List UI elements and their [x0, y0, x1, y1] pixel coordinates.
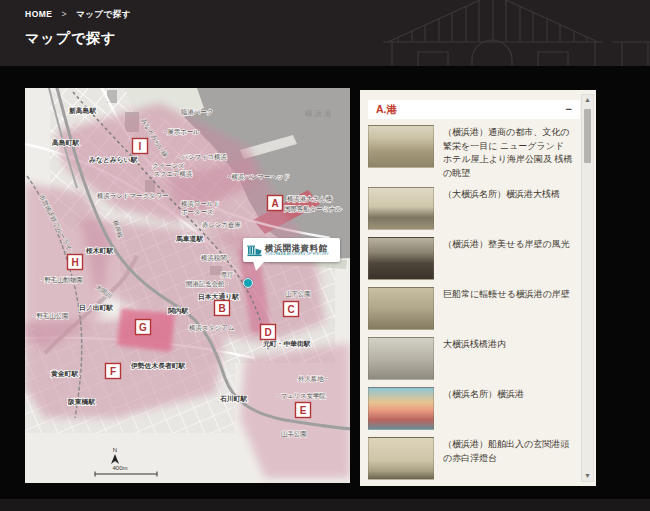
scrollbar-thumb[interactable]	[584, 109, 591, 163]
region-letter-C: C	[287, 304, 294, 315]
breadcrumb-current: マップで探す	[76, 9, 131, 19]
scrollbar[interactable]: ▲ ▼	[581, 94, 594, 482]
region-letter-F: F	[110, 366, 116, 377]
footer-edge	[0, 499, 650, 511]
region-letter-D: D	[264, 327, 271, 338]
map-place-label: ・フェリス女学院	[274, 392, 326, 400]
region-letter-I: I	[139, 141, 142, 152]
map-place-label: ・野毛山動物園	[38, 276, 83, 284]
map-place-label: 開港記念会館・	[186, 280, 231, 288]
region-letter-A: A	[271, 198, 278, 209]
museum-subtitle: YOKOHAMA ARCHIVES OF HISTORY	[265, 253, 329, 256]
postcard-thumbnail	[368, 387, 434, 430]
map-station-label: 新高島駅	[68, 106, 96, 115]
list-item[interactable]: （横浜港）整美せる岸壁の風光	[368, 237, 573, 280]
map-place-label: 山手公園	[281, 430, 307, 438]
map-station-label: 石川町駅	[219, 395, 247, 403]
scroll-up-icon[interactable]: ▲	[584, 95, 591, 105]
map-place-label: クイーンズ	[152, 162, 185, 169]
region-letter-G: G	[139, 322, 147, 333]
collapse-button[interactable]: −	[566, 104, 572, 115]
map-place-label: ・パシフィコ横浜	[175, 153, 227, 161]
svg-text:400m: 400m	[112, 465, 127, 471]
list-item[interactable]: 大横浜桟橋港内	[368, 337, 573, 380]
item-caption: （横浜名所）横浜港	[443, 387, 524, 430]
map-place-label: 横浜税関・	[201, 254, 233, 262]
item-caption: （横浜港）整美せる岸壁の風光	[443, 237, 570, 280]
map-station-label: 関内駅	[168, 307, 189, 315]
map-place-label: 国際客船ターミナル	[284, 205, 343, 213]
map-place-label: 横浜ランドマークタワー	[97, 192, 168, 200]
map-place-label: 臨港パーク	[181, 108, 213, 116]
map-station-label: 高島町駅	[52, 138, 79, 147]
postcard-list: （横浜港）通商の都市、文化の繁栄を一目に ニューグランドホテル屋上より海岸公園及…	[368, 125, 573, 486]
category-header: A.港 −	[368, 100, 580, 119]
map-place-label: ・横浜ハンマーヘッド	[225, 173, 290, 181]
museum-location-marker[interactable]	[243, 278, 253, 288]
region-letter-E: E	[300, 405, 307, 416]
svg-text:N: N	[113, 447, 117, 453]
postcard-thumbnail	[368, 337, 434, 380]
museum-callout[interactable]: 横浜開港資料館 YOKOHAMA ARCHIVES OF HISTORY	[243, 238, 340, 262]
map-place-label: 赤レンガ倉庫	[202, 221, 241, 228]
list-item[interactable]: 巨船常に輻輳せる横浜港の岸壁	[368, 287, 573, 330]
list-item[interactable]: （横浜名所）横浜港	[368, 387, 573, 430]
map-station-label: 阪東橋駅	[68, 398, 95, 406]
museum-name: 横浜開港資料館	[265, 244, 329, 253]
list-item[interactable]: （大横浜名所）横浜港大桟橋	[368, 187, 573, 230]
map-water-label: 横浜港	[305, 109, 334, 118]
map-place-label: ・展示ホール	[161, 128, 200, 136]
category-label: A.港	[376, 103, 397, 117]
breadcrumb-separator: >	[62, 9, 67, 19]
item-caption: （横浜港）船舶出入の玄関港頭の赤白浮燈台	[443, 437, 573, 480]
postcard-thumbnail	[368, 287, 434, 330]
breadcrumb-home-link[interactable]: HOME	[25, 9, 53, 19]
region-letter-H: H	[71, 257, 78, 268]
region-letter-B: B	[218, 303, 225, 314]
map-station-label: 桜木町駅	[85, 247, 113, 255]
page: HOME>マップで探す マップで探す	[0, 0, 650, 511]
item-caption: （大横浜名所）横浜港大桟橋	[443, 187, 560, 230]
list-item[interactable]: （横浜港）船舶出入の玄関港頭の赤白浮燈台	[368, 437, 573, 480]
map-place-label: ・スクエア横浜	[147, 170, 193, 178]
breadcrumb: HOME>マップで探す	[25, 9, 131, 21]
map-place-label: 県庁	[221, 271, 234, 278]
map-station-label: 黄金町駅	[50, 370, 78, 378]
map-place-label: ポーターズ	[181, 208, 214, 215]
map-station-label: 馬車道駅	[175, 235, 203, 243]
list-item[interactable]: （横浜港）通商の都市、文化の繁栄を一目に ニューグランドホテル屋上より海岸公園及…	[368, 125, 573, 180]
map-station-label: 元町・中華街駅	[262, 340, 311, 348]
results-panel: A.港 − （横浜港）通商の都市、文化の繁栄を一目に ニューグランドホテル屋上よ…	[360, 90, 596, 486]
map-station-label: みなとみらい駅	[89, 156, 138, 164]
map-place-label: 横浜港大さん橋	[287, 195, 333, 203]
map-station-label: 日ノ出町駅	[79, 304, 113, 312]
map-place-label: 山下公園	[285, 290, 311, 298]
postcard-thumbnail	[368, 125, 434, 168]
map-place-label: 横浜ワールド	[181, 200, 220, 208]
item-caption: 巨船常に輻輳せる横浜港の岸壁	[443, 287, 570, 330]
map-place-label: ・野毛山公園	[30, 312, 68, 320]
postcard-thumbnail	[368, 237, 434, 280]
item-caption: （横浜港）通商の都市、文化の繁栄を一目に ニューグランドホテル屋上より海岸公園及…	[443, 125, 573, 180]
scroll-down-icon[interactable]: ▼	[584, 471, 591, 481]
museum-logo-icon	[247, 243, 262, 258]
item-caption: 大横浜桟橋港内	[443, 337, 506, 380]
map-place-label: 外人墓地・	[298, 375, 330, 382]
map-station-label: 日本大通り駅	[198, 292, 239, 301]
postcard-thumbnail	[368, 437, 434, 480]
map-station-label: 伊勢佐木長者町駅	[130, 362, 186, 370]
map-place-label: 横浜スタジアム	[189, 324, 234, 332]
page-header: HOME>マップで探す マップで探す	[0, 0, 650, 66]
page-title: マップで探す	[25, 30, 117, 48]
map-panel[interactable]: 新高島駅高島町駅みなとみらい駅馬車道駅桜木町駅日本大通り駅関内駅日ノ出町駅元町・…	[25, 88, 350, 483]
postcard-thumbnail	[368, 187, 434, 230]
